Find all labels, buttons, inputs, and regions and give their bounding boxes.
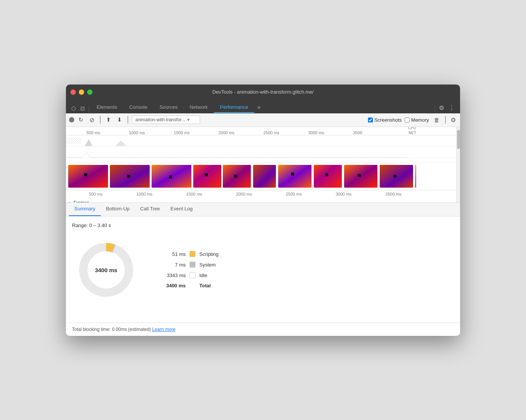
- reload-button[interactable]: ↻: [77, 115, 85, 124]
- maximize-button[interactable]: [87, 89, 92, 95]
- screenshots-checkbox[interactable]: [368, 118, 373, 122]
- svg-rect-8: [169, 176, 172, 179]
- b-ruler-4: 2500 ms: [286, 192, 302, 196]
- system-swatch: [189, 262, 196, 268]
- svg-marker-1: [85, 139, 92, 146]
- range-text: Range: 0 – 3.40 s: [72, 223, 454, 228]
- minimize-button[interactable]: [79, 89, 84, 95]
- svg-rect-22: [415, 165, 416, 188]
- screenshots-strip: [66, 163, 460, 190]
- clear-button[interactable]: ⊘: [88, 115, 96, 125]
- bottom-panel: Range: 0 – 3.40 s 3400 ms 51 ms: [66, 216, 460, 323]
- ruler-label-0: 500 ms: [86, 130, 100, 135]
- system-value: 7 ms: [163, 262, 186, 268]
- upload-button[interactable]: ⬆: [104, 115, 113, 124]
- trash-button[interactable]: 🗑: [432, 116, 441, 124]
- screenshots-svg: [67, 164, 416, 188]
- learn-more-link[interactable]: Learn more: [152, 327, 175, 332]
- fps-row: [66, 135, 460, 147]
- tab-summary[interactable]: Summary: [69, 203, 101, 216]
- frames-toggle[interactable]: ▶ Frames: [69, 200, 89, 203]
- title-bar: DevTools - animation-with-transform.glit…: [66, 85, 460, 100]
- tab-performance[interactable]: Performance: [214, 102, 254, 113]
- more-tabs-button[interactable]: »: [254, 102, 264, 113]
- legend-row-system: 7 ms System: [163, 262, 219, 268]
- memory-checkbox-label[interactable]: Memory: [405, 117, 429, 123]
- chart-area: 3400 ms 51 ms Scripting 7 ms System 3343…: [72, 236, 454, 304]
- scripting-swatch: [189, 251, 196, 257]
- legend: 51 ms Scripting 7 ms System 3343 ms Idle…: [163, 251, 219, 288]
- b-ruler-3: 2000 ms: [236, 192, 252, 196]
- screenshots-controls: Screenshots Memory 🗑: [368, 116, 441, 124]
- frames-chevron-icon: ▶: [69, 201, 72, 203]
- scripting-label: Scripting: [199, 251, 219, 257]
- total-label: Total: [199, 283, 211, 288]
- screenshots-checkbox-label[interactable]: Screenshots: [368, 117, 402, 123]
- cpu-label: CPU: [408, 127, 416, 130]
- tab-network[interactable]: Network: [184, 102, 214, 113]
- idle-swatch: [189, 272, 196, 278]
- divider2: [435, 105, 435, 113]
- system-label: System: [199, 262, 216, 268]
- tab-event-log[interactable]: Event Log: [165, 203, 198, 216]
- svg-rect-17: [325, 173, 328, 176]
- legend-total-row: 3400 ms Total: [163, 283, 219, 288]
- ruler-label-1: 1000 ms: [129, 130, 145, 135]
- pointer-icon[interactable]: ⬡: [69, 104, 78, 113]
- b-ruler-6: 3500 ms: [385, 192, 401, 196]
- net-row: [66, 158, 460, 163]
- footer-text: Total blocking time: 0.00ms (estimated): [72, 327, 151, 332]
- secondary-toolbar: ↻ ⊘ ⬆ ⬇ animation-with-transfor... ▾ Scr…: [66, 113, 460, 127]
- main-tab-bar: ⬡ ⊡ Elements Console Sources Network Per…: [66, 100, 460, 113]
- tab-call-tree[interactable]: Call Tree: [135, 203, 165, 216]
- record-button[interactable]: [69, 117, 74, 122]
- legend-row-idle: 3343 ms Idle: [163, 272, 219, 278]
- svg-rect-10: [205, 173, 208, 176]
- ruler-label-6: 3500: [353, 130, 362, 135]
- b-ruler-1: 1000 ms: [136, 192, 152, 196]
- tab-sources[interactable]: Sources: [153, 102, 184, 113]
- bottom-panel-tabs: Summary Bottom-Up Call Tree Event Log: [66, 203, 460, 216]
- fps-chart: [66, 135, 418, 147]
- svg-rect-19: [358, 174, 361, 177]
- idle-value: 3343 ms: [163, 273, 186, 278]
- memory-checkbox[interactable]: [405, 118, 410, 122]
- footer: Total blocking time: 0.00ms (estimated) …: [66, 323, 460, 336]
- b-ruler-5: 3000 ms: [336, 192, 352, 196]
- svg-marker-2: [115, 141, 127, 146]
- svg-rect-21: [393, 175, 396, 178]
- download-button[interactable]: ⬇: [115, 115, 124, 124]
- divider4: [128, 116, 128, 124]
- svg-rect-0: [66, 137, 81, 144]
- ruler-label-2: 1500 ms: [174, 130, 189, 135]
- close-button[interactable]: [70, 89, 76, 95]
- scripting-value: 51 ms: [163, 251, 186, 257]
- settings-icon[interactable]: ⚙: [437, 103, 446, 113]
- devtools-window: DevTools - animation-with-transform.glit…: [66, 85, 460, 336]
- total-value: 3400 ms: [163, 283, 186, 288]
- divider5: [445, 116, 446, 124]
- idle-label: Idle: [199, 273, 207, 278]
- b-ruler-0: 500 ms: [89, 192, 103, 196]
- donut-chart: 3400 ms: [72, 236, 140, 304]
- window-title: DevTools - animation-with-transform.glit…: [212, 89, 313, 95]
- inspect-icon[interactable]: ⊡: [78, 104, 87, 113]
- b-ruler-2: 1500 ms: [186, 192, 202, 196]
- more-options-icon[interactable]: ⋮: [446, 103, 457, 113]
- tab-bottom-up[interactable]: Bottom-Up: [101, 203, 135, 216]
- svg-rect-14: [278, 165, 312, 188]
- ruler-label-5: 3000 ms: [308, 130, 324, 135]
- svg-rect-3: [68, 165, 108, 188]
- ruler-label-3: 2000 ms: [219, 130, 235, 135]
- traffic-lights: [70, 89, 92, 95]
- donut-center-label: 3400 ms: [95, 266, 117, 273]
- perf-settings-icon[interactable]: ⚙: [449, 115, 457, 125]
- tab-elements[interactable]: Elements: [91, 102, 123, 113]
- cpu-chart: [66, 147, 418, 158]
- tab-console[interactable]: Console: [123, 102, 153, 113]
- url-display: animation-with-transfor... ▾: [132, 116, 200, 124]
- ruler-label-4: 2500 ms: [263, 130, 279, 135]
- svg-rect-4: [84, 173, 87, 176]
- svg-rect-6: [127, 175, 130, 178]
- svg-rect-12: [234, 175, 237, 178]
